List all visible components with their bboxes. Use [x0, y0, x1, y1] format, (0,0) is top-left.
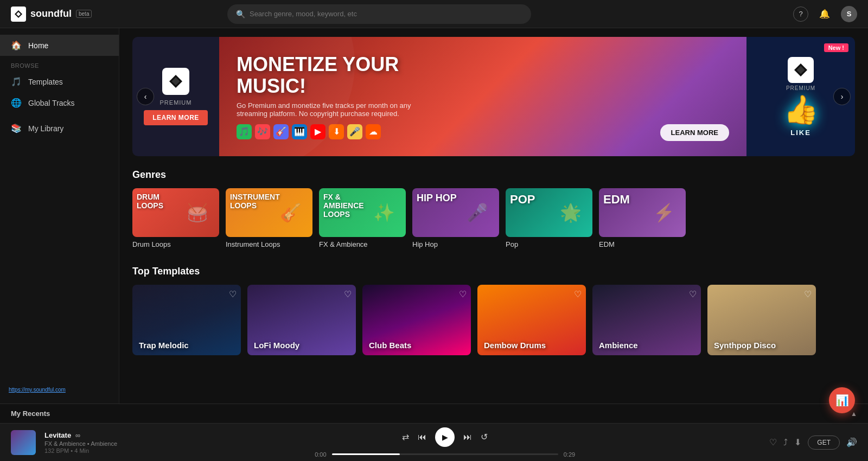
- premium-logo-left: [162, 68, 189, 95]
- topbar: soundful beta 🔍 ? 🔔 S: [0, 0, 868, 28]
- genre-pop-label: POP: [510, 193, 535, 206]
- get-button[interactable]: GET: [808, 436, 840, 450]
- genre-drum-loops[interactable]: DRUMLOOPS 🥁 Drum Loops: [132, 188, 219, 248]
- player-bar: Levitate ∞ FX & Ambience • Ambience 132 …: [0, 423, 868, 461]
- drum-loops-deco: 🥁: [176, 188, 219, 237]
- avatar[interactable]: S: [841, 6, 857, 22]
- sidebar-item-templates[interactable]: 🎵 Templates: [0, 71, 119, 92]
- genres-title: Genres: [132, 169, 855, 181]
- download-button[interactable]: ⬇: [794, 437, 801, 447]
- play-button[interactable]: ▶: [435, 427, 455, 447]
- premium-logo-right: [788, 57, 814, 83]
- search-icon: 🔍: [236, 10, 245, 18]
- template-ambience-heart[interactable]: ♡: [689, 289, 697, 299]
- fx-ambience-deco: ✨: [362, 188, 406, 237]
- template-lofi-moody-heart[interactable]: ♡: [344, 289, 352, 299]
- fab-button[interactable]: 📊: [829, 387, 855, 413]
- next-button[interactable]: ⏭: [463, 432, 472, 442]
- banner-main: MONETIZE YOUR MUSIC! Go Premium and mone…: [219, 37, 746, 156]
- progress-area: 0:00 0:29: [315, 451, 575, 458]
- my-recents-header[interactable]: My Recents ▲: [0, 404, 868, 423]
- genre-edm[interactable]: EDM ⚡ EDM: [599, 188, 686, 248]
- like-text: LIKE: [790, 129, 811, 137]
- progress-bar[interactable]: [332, 453, 558, 455]
- platform-soundcloud: ☁: [366, 124, 381, 139]
- main-layout: 🏠 Home Browse 🎵 Templates 🌐 Global Track…: [0, 28, 868, 404]
- logo-icon: [11, 7, 26, 22]
- templates-grid: ♡ Trap Melodic ♡ LoFi Moody: [132, 285, 855, 355]
- template-ambience-title: Ambience: [599, 341, 638, 350]
- genre-pop[interactable]: POP 🌟 Pop: [506, 188, 592, 248]
- volume-icon[interactable]: 🔊: [846, 437, 857, 447]
- pop-deco: 🌟: [549, 188, 592, 237]
- prev-button[interactable]: ⏮: [418, 432, 426, 442]
- genre-drum-loops-name: Drum Loops: [132, 240, 219, 248]
- template-dembow-drums[interactable]: ♡ Dembow Drums: [477, 285, 586, 355]
- player-track-name: Levitate ∞: [44, 431, 120, 439]
- genre-pop-name: Pop: [506, 240, 592, 248]
- learn-more-main-button[interactable]: LEARN MORE: [660, 124, 729, 141]
- template-dembow-drums-title: Dembow Drums: [484, 341, 546, 350]
- genre-instrument-loops-name: Instrument Loops: [226, 240, 312, 248]
- banner-platforms: 🎵 🎶 🎸 🎹 ▶ ⬇ 🎤 ☁: [237, 124, 729, 139]
- template-trap-melodic[interactable]: ♡ Trap Melodic: [132, 285, 241, 355]
- genre-hip-hop-name: Hip Hop: [412, 240, 499, 248]
- genres-section: Genres DRUMLOOPS 🥁 Drum Loops INSTRUMENT…: [132, 169, 855, 253]
- player-buttons: ⇄ ⏮ ▶ ⏭ ↺: [402, 427, 488, 447]
- share-button[interactable]: ⤴: [783, 438, 788, 447]
- platform-amazon: 🎸: [273, 124, 289, 139]
- sidebar-item-global-tracks[interactable]: 🌐 Global Tracks: [0, 92, 119, 113]
- platform-bandcamp: ⬇: [329, 124, 344, 139]
- template-synthpop-disco[interactable]: ♡ Synthpop Disco: [707, 285, 816, 355]
- template-ambience[interactable]: ♡ Ambience: [592, 285, 701, 355]
- repeat-button[interactable]: ↺: [481, 432, 488, 442]
- genre-edm-label: EDM: [603, 193, 630, 206]
- player-right: ♡ ⤴ ⬇ GET 🔊: [769, 436, 857, 450]
- genre-hip-hop[interactable]: HIP HOP 🎤 Hip Hop: [412, 188, 499, 248]
- genre-instrument-loops[interactable]: INSTRUMENTLOOPS 🎸 Instrument Loops: [226, 188, 312, 248]
- heart-button[interactable]: ♡: [769, 437, 777, 447]
- time-total: 0:29: [564, 451, 575, 458]
- learn-more-left-button[interactable]: LEARN MORE: [144, 110, 208, 125]
- platform-apple: 🎶: [255, 124, 270, 139]
- hip-hop-deco: 🎤: [456, 188, 499, 237]
- thumbs-up-icon: 👍: [783, 93, 819, 126]
- template-dembow-drums-heart[interactable]: ♡: [574, 289, 582, 299]
- topbar-right: ? 🔔 S: [793, 6, 857, 22]
- template-club-beats[interactable]: ♡ Club Beats: [362, 285, 471, 355]
- app-name: soundful: [30, 8, 72, 20]
- bell-icon[interactable]: 🔔: [817, 7, 832, 22]
- banner-next-button[interactable]: ›: [833, 88, 851, 105]
- template-club-beats-heart[interactable]: ♡: [459, 289, 467, 299]
- home-icon: 🏠: [11, 40, 22, 50]
- player-meta: FX & Ambience • Ambience: [44, 440, 120, 447]
- player-controls: ⇄ ⏮ ▶ ⏭ ↺ 0:00 0:29: [129, 427, 761, 458]
- template-synthpop-disco-heart[interactable]: ♡: [804, 289, 812, 299]
- fab-icon: 📊: [835, 394, 849, 407]
- genre-edm-name: EDM: [599, 240, 686, 248]
- sidebar-label-home: Home: [28, 41, 48, 50]
- browse-label: Browse: [0, 56, 119, 71]
- template-club-beats-title: Club Beats: [369, 341, 411, 350]
- player-bpm: 132 BPM • 4 Min: [44, 447, 120, 454]
- shuffle-button[interactable]: ⇄: [402, 432, 409, 442]
- genre-fx-ambience[interactable]: FX &AMBIENCELOOPS ✨ FX & Ambience: [319, 188, 406, 248]
- banner-prev-button[interactable]: ‹: [137, 88, 154, 105]
- sidebar-item-my-library[interactable]: 📚 My Library: [0, 118, 119, 139]
- template-lofi-moody[interactable]: ♡ LoFi Moody: [247, 285, 356, 355]
- premium-text-right: PREMIUM: [786, 85, 815, 91]
- sidebar-item-home[interactable]: 🏠 Home: [0, 35, 119, 56]
- player-thumbnail: [11, 430, 36, 455]
- help-icon[interactable]: ?: [793, 7, 808, 22]
- sidebar-url[interactable]: https://my.soundful.com: [0, 382, 119, 397]
- sidebar-label-templates: Templates: [28, 78, 63, 86]
- search-input[interactable]: [250, 10, 522, 18]
- global-tracks-icon: 🌐: [11, 98, 22, 108]
- template-trap-melodic-heart[interactable]: ♡: [229, 289, 237, 299]
- player-info: Levitate ∞ FX & Ambience • Ambience 132 …: [44, 431, 120, 454]
- genre-fx-ambience-name: FX & Ambience: [319, 240, 406, 248]
- search-bar[interactable]: 🔍: [227, 4, 531, 24]
- new-badge: New !: [824, 43, 848, 52]
- sidebar-label-my-library: My Library: [28, 124, 63, 133]
- top-templates-section: Top Templates ♡ Trap Melodic ♡ LoFi Mood: [132, 266, 855, 355]
